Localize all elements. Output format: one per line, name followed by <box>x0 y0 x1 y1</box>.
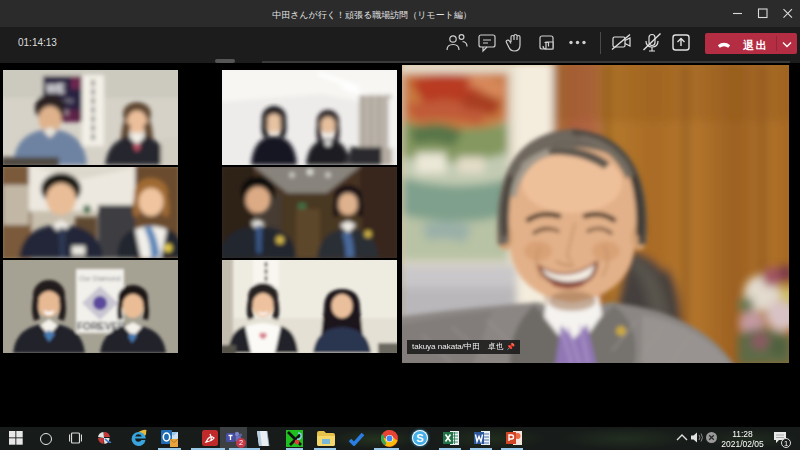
svg-text:WE: WE <box>46 82 65 96</box>
svg-text:Our Diamond: Our Diamond <box>79 275 121 282</box>
